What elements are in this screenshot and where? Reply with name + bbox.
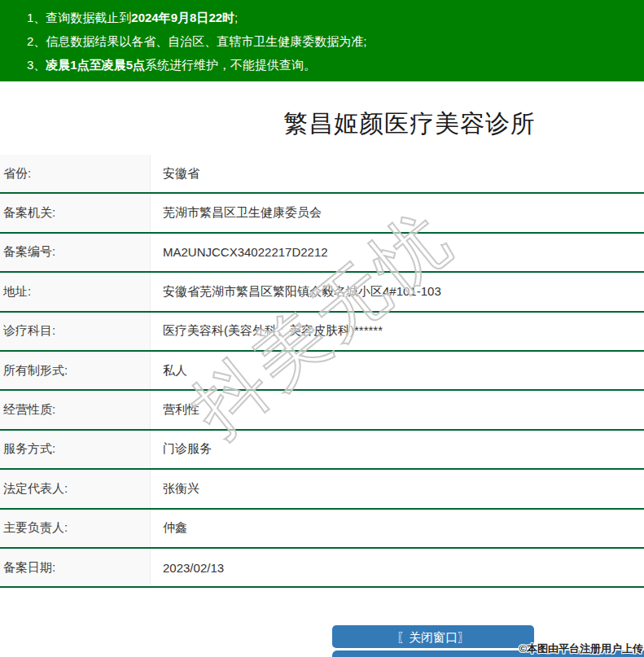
row-label: 省份:: [0, 155, 151, 192]
row-value: MA2UNJCCX34022217D2212: [151, 234, 328, 271]
row-value: 门诊服务: [151, 431, 212, 468]
row-label: 主要负责人:: [0, 510, 151, 547]
notice-text: 系统进行维护，不能提供查询。: [145, 58, 316, 72]
table-row-service-mode: 服务方式: 门诊服务: [0, 431, 644, 470]
table-row-business-nature: 经营性质: 营利性: [0, 391, 644, 430]
notice-text: 3、: [27, 58, 46, 72]
notice-line-3: 3、凌晨1点至凌晨5点系统进行维护，不能提供查询。: [27, 53, 644, 77]
row-value: 私人: [151, 352, 187, 389]
table-row-filing-date: 备案日期: 2023/02/13: [0, 549, 644, 588]
table-row-ownership-form: 所有制形式: 私人: [0, 352, 644, 391]
row-value: 仲鑫: [151, 510, 187, 547]
close-window-button[interactable]: 〖关闭窗口〗: [332, 625, 534, 648]
copyright-stamp: ©本图由平台注册用户上传: [519, 642, 643, 656]
table-row-treatment-subjects: 诊疗科目: 医疗美容科(美容外科、美容皮肤科)******: [0, 313, 644, 352]
notice-line-1: 1、查询数据截止到2024年9月8日22时;: [27, 6, 644, 29]
row-value: 2023/02/13: [151, 549, 224, 586]
table-row-legal-representative: 法定代表人: 张衡兴: [0, 470, 644, 509]
page-title: 繁昌姬颜医疗美容诊所: [283, 107, 536, 141]
row-value: 芜湖市繁昌区卫生健康委员会: [151, 194, 322, 231]
row-value: 张衡兴: [151, 470, 199, 507]
notice-text: 1、查询数据截止到: [27, 11, 131, 24]
table-row-province: 省份: 安徽省: [0, 155, 644, 194]
table-row-filing-number: 备案编号: MA2UNJCCX34022217D2212: [0, 234, 644, 273]
row-label: 经营性质:: [0, 391, 151, 428]
row-label: 法定代表人:: [0, 470, 151, 507]
row-label: 服务方式:: [0, 431, 151, 468]
row-value: 医疗美容科(美容外科、美容皮肤科)******: [151, 313, 383, 350]
query-result-window: 1、查询数据截止到2024年9月8日22时; 2、信息数据结果以各省、自治区、直…: [0, 0, 644, 657]
notice-line-2: 2、信息数据结果以各省、自治区、直辖市卫生健康委数据为准;: [27, 29, 644, 53]
row-label: 备案编号:: [0, 234, 151, 271]
row-label: 备案机关:: [0, 194, 151, 231]
row-label: 诊疗科目:: [0, 313, 151, 350]
notice-text: 2、信息数据结果以各省、自治区、直辖市卫生健康委数据为准;: [27, 34, 367, 48]
row-value: 安徽省: [151, 155, 199, 192]
row-label: 地址:: [0, 273, 151, 310]
notice-banner: 1、查询数据截止到2024年9月8日22时; 2、信息数据结果以各省、自治区、直…: [0, 0, 644, 81]
notice-text: ;: [234, 11, 238, 24]
row-value: 安徽省芜湖市繁昌区繁阳镇众毅名城小区4#101-103: [151, 273, 441, 310]
notice-bold: 凌晨1点至凌晨5点: [46, 58, 145, 72]
table-row-filing-authority: 备案机关: 芜湖市繁昌区卫生健康委员会: [0, 194, 644, 233]
row-value: 营利性: [151, 391, 199, 428]
table-row-person-in-charge: 主要负责人: 仲鑫: [0, 510, 644, 549]
notice-bold: 2024年9月8日22时: [131, 11, 234, 24]
record-table: 省份: 安徽省 备案机关: 芜湖市繁昌区卫生健康委员会 备案编号: MA2UNJ…: [0, 155, 644, 588]
row-label: 备案日期:: [0, 549, 151, 586]
table-row-address: 地址: 安徽省芜湖市繁昌区繁阳镇众毅名城小区4#101-103: [0, 273, 644, 312]
row-label: 所有制形式:: [0, 352, 151, 389]
